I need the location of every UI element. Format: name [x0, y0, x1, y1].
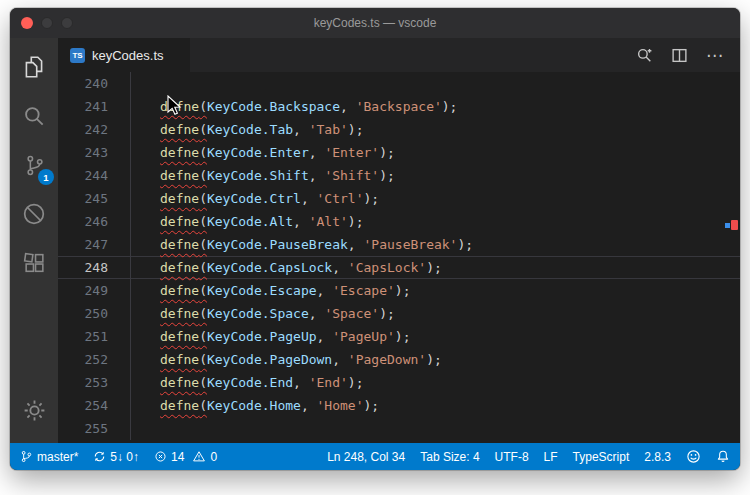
code-editor[interactable]: 240241defne(KeyCode.Backspace, 'Backspac… [58, 72, 740, 443]
tab-keycodes[interactable]: TS keyCodes.ts [58, 38, 190, 72]
code-line-255[interactable]: 255 [58, 417, 740, 440]
search-editor-icon[interactable] [636, 47, 653, 64]
code-text: defne(KeyCode.CapsLock, 'CapsLock'); [108, 256, 740, 279]
code-text: defne(KeyCode.PauseBreak, 'PauseBreak'); [108, 233, 740, 256]
activity-bar: 1 [10, 38, 58, 443]
code-line-243[interactable]: 243defne(KeyCode.Enter, 'Enter'); [58, 141, 740, 164]
code-line-250[interactable]: 250defne(KeyCode.Space, 'Space'); [58, 302, 740, 325]
line-number: 249 [58, 279, 108, 302]
line-number: 240 [58, 72, 108, 95]
branch-icon [20, 450, 33, 463]
line-number: 255 [58, 417, 108, 440]
misspelled-token: defne( [160, 145, 207, 160]
code-text [108, 72, 740, 95]
problems-status[interactable]: 14 0 [154, 443, 217, 470]
misspelled-token: defne( [160, 99, 207, 114]
sidebar-item-source-control[interactable]: 1 [19, 152, 49, 182]
code-text: defne(KeyCode.Escape, 'Escape'); [108, 279, 740, 302]
code-line-244[interactable]: 244defne(KeyCode.Shift, 'Shift'); [58, 164, 740, 187]
misspelled-token: defne( [160, 375, 207, 390]
status-bar-left: master* 5↓ 0↑ 14 [20, 443, 217, 470]
code-text: defne(KeyCode.Ctrl, 'Ctrl'); [108, 187, 740, 210]
version-label: 2.8.3 [644, 450, 671, 464]
code-line-245[interactable]: 245defne(KeyCode.Ctrl, 'Ctrl'); [58, 187, 740, 210]
misspelled-token: defne( [160, 352, 207, 367]
window-controls [21, 8, 73, 38]
close-window-button[interactable] [21, 17, 33, 29]
vscode-window: keyCodes.ts — vscode [10, 8, 740, 470]
misspelled-token: defne( [160, 191, 207, 206]
editor-group: TS keyCodes.ts [58, 38, 740, 443]
split-editor-icon[interactable] [671, 47, 688, 64]
misspelled-token: defne( [160, 237, 207, 252]
typescript-version-status[interactable]: 2.8.3 [644, 443, 671, 470]
misspelled-token: defne( [160, 398, 207, 413]
language-mode-status[interactable]: TypeScript [573, 443, 630, 470]
code-line-253[interactable]: 253defne(KeyCode.End, 'End'); [58, 371, 740, 394]
sync-label: 5↓ 0↑ [110, 450, 139, 464]
code-line-242[interactable]: 242defne(KeyCode.Tab, 'Tab'); [58, 118, 740, 141]
line-number: 244 [58, 164, 108, 187]
sidebar-item-explorer[interactable] [19, 54, 49, 84]
minimize-window-button[interactable] [41, 17, 53, 29]
line-number: 243 [58, 141, 108, 164]
sidebar-item-extensions[interactable] [19, 250, 49, 280]
line-number: 253 [58, 371, 108, 394]
code-text: defne(KeyCode.End, 'End'); [108, 371, 740, 394]
code-text: defne(KeyCode.PageUp, 'PageUp'); [108, 325, 740, 348]
code-line-249[interactable]: 249defne(KeyCode.Escape, 'Escape'); [58, 279, 740, 302]
code-lines: 240241defne(KeyCode.Backspace, 'Backspac… [58, 72, 740, 440]
debug-disabled-icon [21, 201, 47, 231]
tab-size-status[interactable]: Tab Size: 4 [420, 443, 479, 470]
code-line-246[interactable]: 246defne(KeyCode.Alt, 'Alt'); [58, 210, 740, 233]
tab-label: keyCodes.ts [92, 48, 164, 63]
line-number: 248 [58, 256, 108, 279]
line-number: 245 [58, 187, 108, 210]
scm-badge: 1 [38, 169, 54, 185]
code-line-248[interactable]: 248defne(KeyCode.CapsLock, 'CapsLock'); [58, 256, 740, 279]
misspelled-token: defne( [160, 283, 207, 298]
code-line-240[interactable]: 240 [58, 72, 740, 95]
line-number: 246 [58, 210, 108, 233]
line-number: 254 [58, 394, 108, 417]
eol-label: LF [544, 450, 558, 464]
git-branch-status[interactable]: master* [20, 443, 78, 470]
sync-status[interactable]: 5↓ 0↑ [93, 443, 139, 470]
more-actions-button[interactable]: ⋯ [706, 47, 724, 64]
code-line-241[interactable]: 241defne(KeyCode.Backspace, 'Backspace')… [58, 95, 740, 118]
overview-ruler-error-mark [731, 220, 738, 230]
title-bar[interactable]: keyCodes.ts — vscode [10, 8, 740, 38]
code-text: defne(KeyCode.Backspace, 'Backspace'); [108, 95, 740, 118]
encoding-status[interactable]: UTF-8 [495, 443, 529, 470]
code-line-251[interactable]: 251defne(KeyCode.PageUp, 'PageUp'); [58, 325, 740, 348]
line-number: 241 [58, 95, 108, 118]
gear-icon [22, 398, 47, 427]
status-bar-right: Ln 248, Col 34 Tab Size: 4 UTF-8 LF Type… [327, 443, 730, 470]
warning-count: 0 [210, 450, 217, 464]
code-line-254[interactable]: 254defne(KeyCode.Home, 'Home'); [58, 394, 740, 417]
tab-bar: TS keyCodes.ts [58, 38, 740, 72]
sidebar-item-debug[interactable] [19, 201, 49, 231]
misspelled-token: defne( [160, 122, 207, 137]
settings-button[interactable] [19, 397, 49, 427]
line-number: 251 [58, 325, 108, 348]
notifications-button[interactable] [716, 443, 730, 470]
misspelled-token: defne( [160, 260, 207, 275]
feedback-button[interactable] [686, 443, 701, 470]
code-text: defne(KeyCode.Tab, 'Tab'); [108, 118, 740, 141]
error-count: 14 [171, 450, 184, 464]
search-icon [21, 103, 47, 133]
cursor-position-status[interactable]: Ln 248, Col 34 [327, 443, 405, 470]
misspelled-token: defne( [160, 214, 207, 229]
code-line-252[interactable]: 252defne(KeyCode.PageDown, 'PageDown'); [58, 348, 740, 371]
overview-ruler-marker [725, 220, 738, 230]
cursor-position-label: Ln 248, Col 34 [327, 450, 405, 464]
sidebar-item-search[interactable] [19, 103, 49, 133]
eol-status[interactable]: LF [544, 443, 558, 470]
encoding-label: UTF-8 [495, 450, 529, 464]
branch-label: master* [37, 450, 78, 464]
code-line-247[interactable]: 247defne(KeyCode.PauseBreak, 'PauseBreak… [58, 233, 740, 256]
code-text: defne(KeyCode.Shift, 'Shift'); [108, 164, 740, 187]
misspelled-token: defne( [160, 329, 207, 344]
maximize-window-button[interactable] [61, 17, 73, 29]
